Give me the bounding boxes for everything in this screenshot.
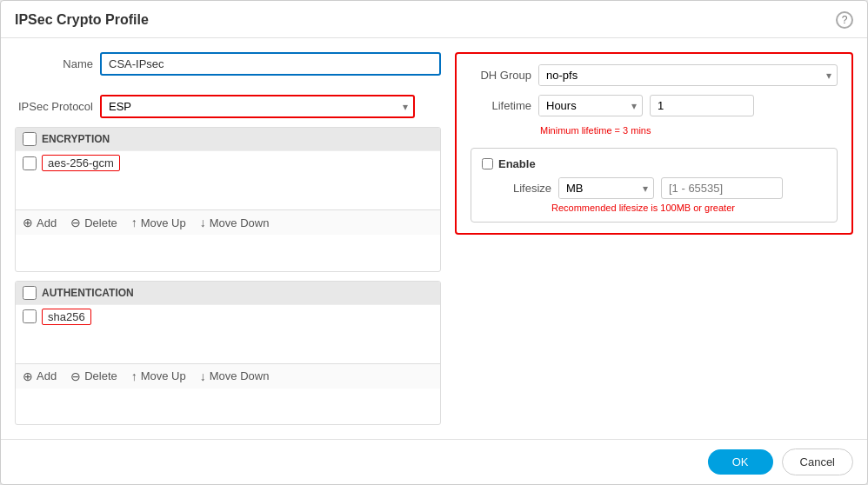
lifesize-enable-row: Enable (482, 157, 826, 170)
dh-group-select[interactable]: no-pfs group1 group2 group5 group14 grou… (539, 65, 821, 85)
dialog-footer: OK Cancel (1, 439, 867, 484)
moveup-icon-2: ↑ (131, 369, 137, 383)
lifetime-unit-select[interactable]: Seconds Minutes Hours Days (539, 96, 626, 116)
dh-group-chevron-icon: ▾ (821, 70, 837, 82)
encryption-row-0: aes-256-gcm (16, 150, 440, 175)
lifetime-row: Lifetime Seconds Minutes Hours Days ▾ (471, 95, 838, 116)
authentication-row-0-value: sha256 (42, 309, 91, 325)
lifesize-unit-chevron-icon: ▾ (638, 183, 653, 195)
cancel-button[interactable]: Cancel (782, 448, 853, 475)
name-label: Name (15, 57, 93, 70)
encryption-movedown-button[interactable]: ↓ Move Down (200, 216, 270, 229)
authentication-movedown-button[interactable]: ↓ Move Down (200, 369, 270, 383)
authentication-row-0-checkbox[interactable] (23, 309, 37, 323)
add-icon-2: ⊕ (23, 369, 33, 383)
encryption-delete-button[interactable]: ⊖ Delete (70, 216, 117, 229)
lifesize-unit-select[interactable]: KB MB GB (559, 178, 638, 198)
movedown-icon: ↓ (200, 216, 206, 229)
dialog-body: Name IPSec Protocol ESP AH ▾ ENCRYP (1, 38, 867, 439)
name-row: Name (15, 52, 441, 79)
lifetime-unit-chevron-icon: ▾ (626, 100, 642, 112)
add-icon: ⊕ (23, 216, 33, 229)
dh-group-label: DH Group (471, 69, 531, 82)
authentication-delete-button[interactable]: ⊖ Delete (70, 369, 117, 383)
protocol-select-wrap: ESP AH ▾ (100, 95, 415, 118)
protocol-row: IPSec Protocol ESP AH ▾ (15, 95, 441, 118)
authentication-moveup-button[interactable]: ↑ Move Up (131, 369, 186, 383)
right-content: DH Group no-pfs group1 group2 group5 gro… (455, 52, 853, 235)
encryption-header-label: ENCRYPTION (42, 133, 110, 145)
dialog-title: IPSec Crypto Profile (15, 12, 149, 28)
lifetime-label: Lifetime (471, 99, 531, 112)
min-lifetime-note: Minimum lifetime = 3 mins (540, 125, 838, 136)
encryption-table-actions: ⊕ Add ⊖ Delete ↑ Move Up ↓ Move Down (16, 209, 440, 235)
encryption-table: ENCRYPTION aes-256-gcm ⊕ Add ⊖ Delete (15, 127, 441, 272)
protocol-label: IPSec Protocol (15, 100, 93, 113)
encryption-add-button[interactable]: ⊕ Add (23, 216, 57, 229)
authentication-row-0: sha256 (16, 304, 440, 329)
authentication-header-checkbox[interactable] (23, 286, 37, 300)
recommended-lifesize-note: Recommended lifesize is 100MB or greater (551, 203, 826, 213)
lifesize-enable-label: Enable (498, 157, 536, 170)
lifesize-section: Enable Lifesize KB MB GB ▾ (471, 148, 838, 223)
encryption-moveup-button[interactable]: ↑ Move Up (131, 216, 186, 229)
lifesize-row: Lifesize KB MB GB ▾ (499, 177, 826, 199)
name-input[interactable] (100, 52, 441, 76)
lifesize-value-input[interactable] (661, 177, 783, 199)
dialog-header: IPSec Crypto Profile ? (1, 1, 867, 38)
authentication-table: AUTHENTICATION sha256 ⊕ Add ⊖ Delete (15, 281, 441, 426)
dh-group-select-wrap: no-pfs group1 group2 group5 group14 grou… (538, 64, 838, 86)
authentication-header-label: AUTHENTICATION (42, 287, 134, 299)
ok-button[interactable]: OK (708, 449, 773, 475)
encryption-row-0-checkbox[interactable] (23, 156, 37, 170)
delete-icon-2: ⊖ (70, 369, 81, 383)
authentication-add-button[interactable]: ⊕ Add (23, 369, 57, 383)
encryption-header-checkbox[interactable] (23, 132, 37, 146)
moveup-icon: ↑ (131, 216, 137, 229)
encryption-row-0-value: aes-256-gcm (42, 155, 120, 171)
lifesize-label: Lifesize (499, 182, 551, 195)
protocol-chevron-icon: ▾ (397, 101, 413, 113)
authentication-table-header: AUTHENTICATION (16, 282, 440, 304)
lifetime-unit-select-wrap: Seconds Minutes Hours Days ▾ (538, 95, 643, 116)
protocol-select[interactable]: ESP AH (102, 96, 397, 116)
lifetime-value-input[interactable] (650, 95, 754, 116)
encryption-table-header: ENCRYPTION (16, 128, 440, 150)
right-panel: DH Group no-pfs group1 group2 group5 gro… (455, 52, 853, 425)
dh-group-row: DH Group no-pfs group1 group2 group5 gro… (471, 64, 838, 86)
authentication-table-actions: ⊕ Add ⊖ Delete ↑ Move Up ↓ Move Down (16, 363, 440, 389)
encryption-empty-space (16, 175, 440, 209)
ipsec-crypto-profile-dialog: IPSec Crypto Profile ? Name IPSec Protoc… (0, 0, 868, 485)
lifesize-unit-select-wrap: KB MB GB ▾ (558, 177, 654, 199)
left-panel: Name IPSec Protocol ESP AH ▾ ENCRYP (15, 52, 441, 425)
authentication-empty-space (16, 329, 440, 363)
delete-icon: ⊖ (70, 216, 81, 229)
movedown-icon-2: ↓ (200, 369, 206, 383)
help-icon[interactable]: ? (836, 11, 853, 29)
lifesize-enable-checkbox[interactable] (482, 158, 493, 169)
